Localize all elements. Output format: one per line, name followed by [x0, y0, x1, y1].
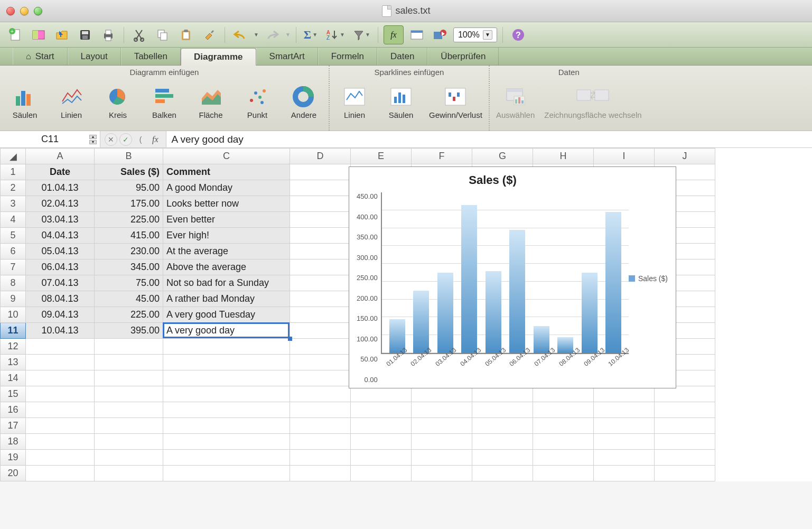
chart-type-fläche[interactable]: Fläche [192, 86, 229, 119]
row-header[interactable]: 14 [1, 370, 26, 386]
cell[interactable] [412, 466, 472, 481]
cell[interactable] [95, 402, 163, 418]
cell[interactable] [163, 466, 290, 481]
cell[interactable] [412, 402, 472, 418]
cell[interactable] [472, 434, 533, 450]
copy-button[interactable] [153, 25, 173, 44]
cell[interactable] [95, 434, 163, 450]
cell[interactable] [95, 339, 163, 355]
cell[interactable] [655, 402, 715, 418]
cell[interactable] [26, 355, 95, 370]
cell[interactable] [472, 418, 533, 434]
cell[interactable] [472, 450, 533, 466]
cell[interactable] [290, 228, 351, 244]
cell[interactable] [533, 418, 594, 434]
cell[interactable]: A very good Tuesday [163, 307, 290, 323]
templates-button[interactable] [29, 25, 49, 44]
cell[interactable] [594, 418, 655, 434]
sparkline-säulen[interactable]: Säulen [382, 86, 419, 119]
cell[interactable]: 06.04.13 [26, 259, 95, 275]
row-header[interactable]: 3 [1, 196, 26, 212]
cell[interactable] [26, 402, 95, 418]
cell[interactable] [163, 434, 290, 450]
cell[interactable]: 230.00 [95, 244, 163, 259]
ribbon-tab-daten[interactable]: Daten [377, 48, 427, 65]
cell[interactable] [290, 339, 351, 355]
cell[interactable]: 95.00 [95, 180, 163, 196]
column-header[interactable]: G [472, 149, 533, 164]
chart-bar[interactable] [534, 326, 549, 353]
ribbon-tab-smartart[interactable]: SmartArt [256, 48, 318, 65]
chevron-down-icon[interactable]: ▼ [89, 140, 97, 144]
ribbon-tab-tabellen[interactable]: Tabellen [121, 48, 181, 65]
cell[interactable] [163, 355, 290, 370]
row-header[interactable]: 13 [1, 355, 26, 370]
row-header[interactable]: 16 [1, 402, 26, 418]
cell[interactable] [351, 386, 412, 402]
sparkline-gewinn-verlust[interactable]: Gewinn/Verlust [429, 86, 482, 119]
minimize-window-button[interactable] [20, 7, 29, 15]
spreadsheet-area[interactable]: ◢ABCDEFGHIJ1DateSales ($)Comment201.04.1… [0, 148, 812, 481]
cell[interactable] [290, 466, 351, 481]
cell[interactable]: Looks better now [163, 196, 290, 212]
chart-bar[interactable] [509, 230, 525, 353]
cell[interactable] [290, 450, 351, 466]
undo-dropdown-icon[interactable]: ▼ [254, 32, 259, 38]
cell[interactable]: 345.00 [95, 259, 163, 275]
cell[interactable] [95, 418, 163, 434]
save-button[interactable] [75, 25, 95, 44]
chart-type-punkt[interactable]: Punkt [239, 86, 276, 119]
column-header[interactable]: H [533, 149, 594, 164]
cell[interactable]: Even better [163, 212, 290, 228]
cell[interactable] [26, 339, 95, 355]
column-header[interactable]: I [594, 149, 655, 164]
cell[interactable] [290, 402, 351, 418]
show-toolbox-button[interactable] [407, 25, 427, 44]
chart-type-balken[interactable]: Balken [146, 86, 183, 119]
cell[interactable] [412, 386, 472, 402]
cell[interactable] [26, 370, 95, 386]
chart-type-säulen[interactable]: Säulen [6, 86, 43, 119]
print-button[interactable] [98, 25, 118, 44]
cell[interactable]: 395.00 [95, 323, 163, 339]
cell[interactable]: Sales ($) [95, 164, 163, 180]
cell[interactable] [412, 450, 472, 466]
cell[interactable] [95, 370, 163, 386]
cell[interactable]: Above the average [163, 259, 290, 275]
row-header[interactable]: 19 [1, 450, 26, 466]
zoom-control[interactable]: 100% ▼ [453, 27, 497, 42]
cell[interactable] [472, 386, 533, 402]
cell[interactable]: 04.04.13 [26, 228, 95, 244]
name-box[interactable]: C11 ▲ ▼ [0, 131, 100, 147]
ribbon-tab-überprüfen[interactable]: Überprüfen [427, 48, 499, 65]
format-painter-button[interactable] [199, 25, 219, 44]
cell[interactable] [533, 434, 594, 450]
cell[interactable] [95, 386, 163, 402]
cell[interactable] [95, 450, 163, 466]
cell[interactable]: Comment [163, 164, 290, 180]
column-header[interactable]: C [163, 149, 290, 164]
cell[interactable] [290, 370, 351, 386]
chart-bar[interactable] [413, 291, 429, 353]
row-header[interactable]: 1 [1, 164, 26, 180]
select-all-cell[interactable]: ◢ [1, 149, 26, 164]
cell[interactable] [351, 466, 412, 481]
formula-input[interactable]: A very good day [166, 131, 812, 147]
row-header[interactable]: 4 [1, 212, 26, 228]
column-header[interactable]: A [26, 149, 95, 164]
cell[interactable] [412, 434, 472, 450]
row-header[interactable]: 12 [1, 339, 26, 355]
cell[interactable]: 75.00 [95, 275, 163, 291]
cell[interactable] [594, 450, 655, 466]
chart-bar[interactable] [605, 212, 621, 353]
column-header[interactable]: J [655, 149, 715, 164]
row-header[interactable]: 9 [1, 291, 26, 307]
cell[interactable] [290, 196, 351, 212]
sparkline-linien[interactable]: Linien [336, 86, 373, 119]
cell[interactable] [533, 402, 594, 418]
cell[interactable] [594, 466, 655, 481]
undo-button[interactable] [230, 25, 250, 44]
redo-dropdown-icon[interactable]: ▼ [285, 32, 291, 38]
cell[interactable]: At the average [163, 244, 290, 259]
row-header[interactable]: 6 [1, 244, 26, 259]
